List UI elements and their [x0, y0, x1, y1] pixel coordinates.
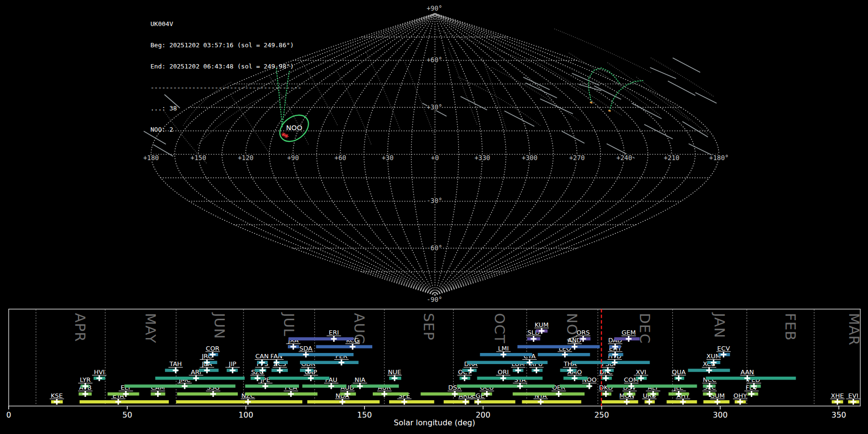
- shower-peak-marker: [303, 352, 309, 357]
- month-label: OCT: [491, 313, 508, 344]
- shower-EVI: EVI: [846, 392, 861, 405]
- shower-peak-marker: [680, 399, 686, 405]
- shower-code-label: ORI: [498, 368, 509, 376]
- shower-peak-marker: [339, 399, 345, 405]
- month-label: SEP: [420, 313, 437, 340]
- shower-code-label: COR: [206, 345, 219, 352]
- shower-peak-marker: [381, 391, 387, 397]
- latitude-label: -30°: [427, 197, 443, 204]
- meteor-trail: [673, 58, 700, 72]
- shower-peak-marker: [501, 375, 506, 381]
- longitude-label: +210: [664, 154, 679, 162]
- shower-ERI: ERI: [288, 329, 353, 342]
- month-label: MAY: [142, 313, 159, 343]
- month-label: FEB: [782, 313, 799, 341]
- unclassified-count: ...: 38: [150, 105, 301, 112]
- shower-peak-marker: [328, 383, 334, 389]
- shower-code-label: ORS: [577, 329, 590, 336]
- longitude-label: +60: [335, 154, 346, 162]
- shower-code-label: EVI: [848, 392, 858, 399]
- shower-peak-marker: [562, 352, 568, 357]
- meteor-trail: [695, 93, 717, 103]
- shower-activity-bar: [517, 345, 600, 349]
- shower-activity-bar: [560, 384, 591, 388]
- shower-peak-marker: [339, 360, 344, 366]
- x-axis-title: Solar longitude (deg): [394, 418, 475, 427]
- month-label: JUL: [281, 312, 297, 337]
- shower-peak-marker: [851, 399, 856, 405]
- shower-KSE: KSE: [50, 392, 64, 405]
- axis-tick-label: 200: [475, 410, 490, 420]
- shower-activity-bar: [420, 393, 475, 396]
- longitude-label: +90: [287, 154, 298, 162]
- shower-peak-marker: [603, 375, 609, 381]
- shower-peak-marker: [647, 399, 652, 405]
- radiant-map-and-activity-chart: +180+150+120+90+60+30+0+330+300+270+240+…: [0, 0, 868, 434]
- shower-peak-marker: [255, 375, 260, 381]
- latitude-label: +90°: [427, 4, 443, 12]
- latitude-label: +60°: [427, 56, 443, 64]
- shower-code-label: GEM: [622, 329, 636, 336]
- shower-activity-bar: [706, 377, 796, 380]
- month-label: JUN: [211, 312, 228, 339]
- shower-activity-bar: [80, 400, 169, 404]
- meteor-trail: [526, 83, 557, 98]
- shower-code-label: AAN: [741, 368, 754, 376]
- drift-arc-tip: [609, 110, 611, 111]
- shower-peak-marker: [54, 399, 60, 405]
- shower-peak-marker: [401, 399, 407, 405]
- shower-activity-bar: [477, 377, 542, 380]
- shower-peak-marker: [501, 352, 506, 357]
- faint-dotted-line: [338, 72, 371, 145]
- shower-peak-marker: [210, 391, 216, 397]
- shower-code-label: XVI: [636, 368, 646, 376]
- shower-KUM: KUM: [534, 321, 549, 334]
- axis-tick-label: 250: [594, 410, 609, 420]
- shower-activity-bar: [457, 384, 555, 388]
- meteor-trail: [461, 96, 487, 110]
- shower-code-label: ECV: [717, 345, 730, 352]
- shower-code-label: OHY: [733, 392, 747, 399]
- shower-peak-marker: [572, 375, 578, 381]
- shower-activity-bar: [602, 400, 638, 404]
- meteor-trail: [540, 99, 573, 114]
- meteor-trail: [650, 68, 676, 79]
- shower-EGE: EGE: [471, 392, 515, 405]
- shower-peak-marker: [676, 375, 682, 381]
- shower-peak-marker: [586, 383, 592, 389]
- shower-code-label: TAH: [169, 360, 182, 367]
- shower-peak-marker: [475, 399, 481, 405]
- shower-code-label: NUE: [388, 368, 401, 376]
- shower-peak-marker: [82, 391, 88, 397]
- axis-tick-label: 50: [122, 410, 132, 420]
- meteor-trail: [504, 111, 534, 126]
- shower-peak-marker: [193, 375, 199, 381]
- meteor-trail: [682, 122, 708, 137]
- axis-tick-label: 350: [831, 410, 846, 420]
- shower-peak-marker: [308, 375, 314, 381]
- shower-peak-marker: [357, 383, 363, 389]
- shower-XHE: XHE: [830, 392, 845, 405]
- shower-code-label: XHE: [831, 392, 844, 399]
- shower-XVI: XVI: [634, 368, 648, 381]
- month-label: APR: [72, 313, 88, 342]
- shower-code-label: QUA: [672, 368, 686, 376]
- shower-peak-marker: [706, 367, 712, 373]
- shower-code-label: LMI: [498, 345, 509, 352]
- shower-peak-marker: [626, 336, 632, 342]
- shower-peak-marker: [290, 344, 296, 350]
- shower-activity-bar: [288, 337, 353, 340]
- shower-JIP: JIP: [225, 360, 240, 373]
- shower-peak-marker: [245, 399, 251, 405]
- longitude-label: +0: [431, 154, 439, 162]
- faint-dotted-line: [405, 63, 434, 135]
- longitude-label: +180°: [709, 154, 729, 162]
- shower-code-label: JIP: [229, 360, 237, 367]
- shower-activity-bar: [302, 384, 346, 388]
- shower-activity-bar: [373, 393, 408, 396]
- shower-activity-bar: [177, 393, 238, 396]
- shower-peak-marker: [115, 399, 121, 405]
- shower-peak-marker: [556, 391, 562, 397]
- month-label: MAR: [846, 313, 862, 346]
- shower-peak-marker: [331, 336, 337, 342]
